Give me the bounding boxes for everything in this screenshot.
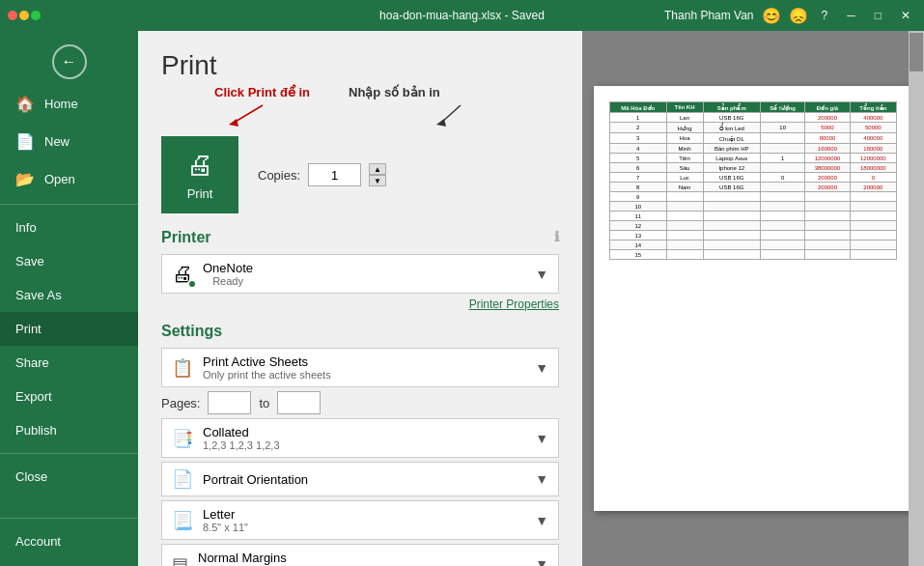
username: Thanh Pham Van	[664, 9, 754, 22]
sidebar-item-account[interactable]: Account	[0, 524, 138, 558]
printer-ready-dot	[187, 279, 197, 289]
collated-sub: 1,2,3 1,2,3 1,2,3	[203, 439, 280, 451]
printer-section-heading: Printer ℹ	[161, 229, 559, 246]
sidebar-item-home-label: Home	[44, 97, 78, 111]
printer-name: OneNote	[203, 261, 253, 275]
open-icon: 📂	[15, 170, 35, 188]
sidebar-item-save[interactable]: Save	[0, 244, 138, 278]
annotation-click: Click Print để in	[214, 85, 310, 99]
copies-input[interactable]	[308, 163, 361, 186]
sidebar-item-info[interactable]: Info	[0, 211, 138, 244]
sidebar: ← 🏠 Home 📄 New 📂 Open Info Save Save As	[0, 31, 138, 566]
orientation-arrow: ▼	[535, 471, 548, 487]
preview-table: Mã Hóa ĐơnTên KHSản phẩmSố lượngĐơn giáT…	[609, 101, 897, 260]
orientation-label: Portrait Orientation	[203, 472, 308, 487]
portrait-icon: 📄	[172, 468, 193, 490]
printer-icon-wrapper: 🖨	[172, 262, 193, 287]
sidebar-item-new[interactable]: 📄 New	[0, 123, 138, 160]
copies-up-button[interactable]: ▲	[369, 163, 386, 175]
collated-dropdown[interactable]: 📑 Collated 1,2,3 1,2,3 1,2,3 ▼	[161, 418, 559, 458]
paper-size-sub: 8.5" x 11"	[203, 522, 248, 533]
back-button[interactable]: ←	[52, 44, 87, 79]
print-active-sheets-dropdown[interactable]: 📋 Print Active Sheets Only print the act…	[161, 348, 559, 387]
sidebar-item-close[interactable]: Close	[0, 460, 138, 494]
sidebar-item-info-label: Info	[15, 220, 37, 235]
info-icon: ℹ	[554, 229, 559, 244]
margins-label: Normal Margins	[198, 551, 339, 565]
paper-size-label: Letter	[203, 507, 248, 522]
sidebar-item-export-label: Export	[15, 389, 52, 404]
scroll-bar[interactable]	[909, 31, 924, 566]
collated-icon: 📑	[172, 428, 193, 449]
paper-size-arrow: ▼	[535, 513, 548, 528]
print-button-area: 🖨 Print Copies: ▲ ▼	[161, 136, 559, 213]
settings-section-heading: Settings	[161, 323, 559, 340]
sidebar-item-save-label: Save	[15, 254, 44, 269]
title-bar: hoa-don-mua-hang.xlsx - Saved Thanh Pham…	[0, 0, 924, 31]
print-sheets-arrow: ▼	[535, 360, 548, 376]
print-title: Print	[161, 50, 559, 81]
pages-from-input[interactable]	[208, 391, 251, 414]
sidebar-item-new-label: New	[44, 134, 70, 149]
paper-size-dropdown[interactable]: 📃 Letter 8.5" x 11" ▼	[161, 500, 559, 540]
print-active-sheets-label: Print Active Sheets	[203, 354, 331, 369]
annotation-copies: Nhập số bản in	[349, 85, 440, 99]
copies-spinner: ▲ ▼	[369, 163, 386, 186]
sidebar-item-open[interactable]: 📂 Open	[0, 160, 138, 198]
orientation-dropdown[interactable]: 📄 Portrait Orientation ▼	[161, 462, 559, 496]
sidebar-item-open-label: Open	[44, 172, 75, 186]
home-icon: 🏠	[15, 95, 35, 113]
sidebar-item-publish[interactable]: Publish	[0, 413, 138, 447]
print-left-panel: Print Click Print để in Nhập số bản in	[138, 31, 582, 566]
sidebar-item-home[interactable]: 🏠 Home	[0, 85, 138, 123]
printer-properties-link[interactable]: Printer Properties	[161, 297, 559, 311]
help-button[interactable]: ?	[816, 0, 834, 31]
printer-dropdown[interactable]: 🖨 OneNote Ready ▼	[161, 254, 559, 294]
sidebar-item-save-as-label: Save As	[15, 288, 62, 302]
copies-down-button[interactable]: ▼	[369, 175, 386, 186]
sidebar-item-share[interactable]: Share	[0, 346, 138, 380]
print-sheets-icon: 📋	[172, 357, 193, 379]
sidebar-item-account-label: Account	[15, 534, 61, 549]
print-active-sheets-sub: Only print the active sheets	[203, 369, 331, 381]
sidebar-item-export[interactable]: Export	[0, 380, 138, 413]
minimize-button[interactable]: ─	[841, 0, 861, 31]
margins-icon: ▤	[172, 553, 188, 567]
sidebar-item-close-label: Close	[15, 469, 47, 484]
restore-button[interactable]: □	[869, 0, 887, 31]
page-preview: Mã Hóa ĐơnTên KHSản phẩmSố lượngĐơn giáT…	[594, 86, 912, 511]
sidebar-item-publish-label: Publish	[15, 423, 57, 438]
sidebar-item-print[interactable]: Print	[0, 312, 138, 346]
print-button[interactable]: 🖨 Print	[161, 136, 238, 213]
sidebar-item-save-as[interactable]: Save As	[0, 278, 138, 312]
paper-icon: 📃	[172, 510, 193, 531]
pages-to-input[interactable]	[277, 391, 321, 414]
margins-arrow: ▼	[535, 556, 548, 567]
scroll-thumb[interactable]	[910, 33, 923, 71]
print-icon: 🖨	[186, 149, 213, 181]
margins-dropdown[interactable]: ▤ Normal Margins Top: 0.75" Bottom: 0.75…	[161, 544, 559, 566]
printer-status: Ready	[203, 275, 253, 287]
copies-label: Copies:	[258, 168, 300, 183]
copies-area: Copies: ▲ ▼	[258, 163, 386, 186]
print-button-label: Print	[187, 186, 213, 201]
collated-arrow: ▼	[535, 431, 548, 446]
print-preview-panel: Mã Hóa ĐơnTên KHSản phẩmSố lượngĐơn giáT…	[582, 31, 924, 566]
new-icon: 📄	[15, 132, 35, 151]
pages-to-label: to	[259, 396, 269, 410]
window-title: hoa-don-mua-hang.xlsx - Saved	[379, 9, 545, 22]
close-button[interactable]: ✕	[895, 0, 916, 31]
sidebar-item-share-label: Share	[15, 355, 49, 370]
printer-dropdown-arrow: ▼	[535, 267, 548, 282]
svg-line-0	[234, 105, 263, 123]
pages-label: Pages:	[161, 396, 200, 410]
annotation-arrows	[161, 101, 576, 128]
collated-label: Collated	[203, 425, 280, 439]
pages-row: Pages: to	[161, 391, 559, 414]
sidebar-item-print-label: Print	[15, 322, 42, 336]
